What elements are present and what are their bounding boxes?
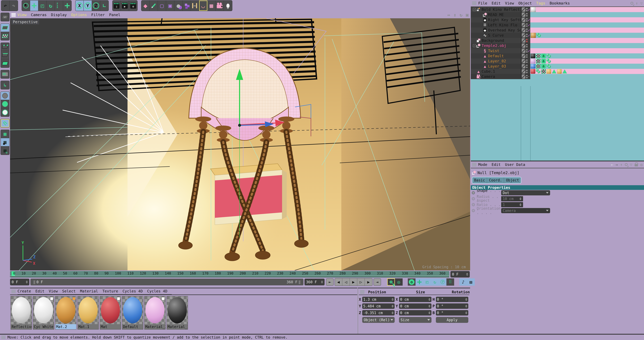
range-handle-left[interactable]: ‖ <box>33 280 36 284</box>
visibility-dots[interactable] <box>526 39 528 42</box>
enable-toggle-icon[interactable] <box>522 33 526 38</box>
enabled-check-icon[interactable]: ✓ <box>528 7 530 12</box>
add-light-button[interactable] <box>224 1 232 11</box>
visibility-dots[interactable] <box>526 75 528 78</box>
visibility-toggles[interactable]: ✓ <box>521 17 530 23</box>
menu-material[interactable]: Material <box>80 289 98 293</box>
object-name-cell[interactable]: §Twist <box>471 48 521 53</box>
phong-tag[interactable] <box>541 64 546 69</box>
menu-cycles-4d[interactable]: Cycles 4D <box>122 289 143 293</box>
rotation-p-field[interactable]: 0 ° <box>436 303 468 309</box>
uv-tag[interactable] <box>536 54 540 58</box>
apply-button[interactable]: Apply <box>436 317 468 323</box>
spheres-tag[interactable] <box>536 33 541 38</box>
magnet-button[interactable] <box>1 119 9 127</box>
triangle-tag[interactable] <box>552 69 556 74</box>
add-environment-button[interactable]: ▦ <box>207 1 216 11</box>
next-frame-button[interactable]: ▷ <box>357 278 365 286</box>
enable-toggle-icon[interactable] <box>522 69 526 74</box>
object-name-cell[interactable]: −Temple2.obj <box>471 43 521 48</box>
spheres-tag[interactable] <box>546 54 551 58</box>
spinner-icon[interactable] <box>428 298 430 301</box>
menu-filter[interactable]: Filter <box>91 13 105 17</box>
object-name-cell[interactable]: Background <box>471 38 521 43</box>
visibility-toggles[interactable] <box>521 64 530 69</box>
search-icon[interactable] <box>630 2 633 5</box>
autokey-button[interactable]: ◎ <box>395 278 403 286</box>
add-volume-button[interactable]: ▣ <box>166 1 174 11</box>
add-spline-button[interactable] <box>150 1 158 11</box>
render-dot[interactable] <box>526 51 528 53</box>
render-dot[interactable] <box>526 20 528 22</box>
size-x-field[interactable]: 0 cm <box>399 297 432 302</box>
editor-dot[interactable] <box>526 65 528 66</box>
render-dot[interactable] <box>526 31 528 32</box>
coord-mode-dropdown[interactable]: Size <box>399 317 432 323</box>
editor-dot[interactable] <box>526 18 528 20</box>
render-dot[interactable] <box>526 25 528 27</box>
modeling-settings-button[interactable] <box>1 70 9 78</box>
enable-toggle-icon[interactable] <box>522 13 526 17</box>
x-axis-button[interactable]: X <box>76 1 84 11</box>
preview-range-bar[interactable]: ‖ 0 F 360 F ‖ <box>30 279 304 285</box>
menu-tags[interactable]: Tags <box>536 1 545 6</box>
render-dot[interactable] <box>526 36 528 37</box>
enable-toggle-icon[interactable] <box>522 64 526 69</box>
spinner-icon[interactable] <box>392 305 394 307</box>
render-dot[interactable] <box>526 10 528 11</box>
visibility-toggles[interactable] <box>521 69 530 74</box>
mat-lavender-tag[interactable] <box>531 59 535 63</box>
enable-toggle-icon[interactable] <box>522 7 526 12</box>
edge-mode-button[interactable] <box>1 51 9 59</box>
spheres-tag[interactable] <box>536 69 540 74</box>
visibility-toggles[interactable]: ⌐ <box>521 74 530 79</box>
enabled-check-icon[interactable]: ✓ <box>528 18 530 22</box>
workplane-button[interactable] <box>1 130 9 138</box>
mat-gold-tag[interactable] <box>557 69 562 74</box>
menu-create[interactable]: Create <box>18 289 31 293</box>
visibility-dots[interactable] <box>526 59 528 63</box>
editor-dot[interactable] <box>526 23 528 25</box>
menu-select[interactable]: Select <box>62 289 76 293</box>
object-name-cell[interactable]: ▲Layer_03 <box>471 64 521 69</box>
visibility-toggles[interactable] <box>521 43 530 48</box>
current-frame-spinner[interactable]: 0 F <box>450 271 470 277</box>
attributes-menu-icon[interactable] <box>472 163 476 166</box>
mat-blue-tag[interactable] <box>531 64 535 69</box>
next-key-button[interactable]: ▶ <box>365 278 372 286</box>
render-dot[interactable] <box>526 41 528 42</box>
add-cloner-button[interactable] <box>183 1 191 11</box>
tab-coord-[interactable]: Coord. <box>487 177 504 183</box>
visibility-dots[interactable] <box>526 8 528 11</box>
mat-black-tag[interactable] <box>531 54 535 58</box>
uv-tag[interactable] <box>536 59 540 63</box>
triangle-tag[interactable] <box>562 69 567 74</box>
lock-icon[interactable] <box>634 164 638 166</box>
visibility-dots[interactable] <box>526 13 528 17</box>
z-axis-button[interactable]: Z <box>92 1 100 11</box>
shape-dropdown[interactable]: Dot <box>501 190 550 195</box>
visibility-toggles[interactable]: ✓ <box>521 33 530 38</box>
y-axis-button[interactable]: Y <box>84 1 92 11</box>
status-menu-icon[interactable] <box>1 335 6 339</box>
object-name-cell[interactable]: ▲Layer_02 <box>471 59 521 64</box>
spheres-tag[interactable] <box>546 59 551 63</box>
enable-toggle-icon[interactable] <box>522 44 526 48</box>
rotation-b-field[interactable]: 0 ° <box>436 310 468 315</box>
size-z-field[interactable]: 0 cm <box>399 310 432 315</box>
psr-button[interactable] <box>55 1 63 11</box>
enabled-check-icon[interactable]: ✓ <box>528 28 530 33</box>
menu-texture[interactable]: Texture <box>102 289 118 293</box>
range-end-spinner[interactable]: 360 F <box>304 279 324 285</box>
editor-dot[interactable] <box>526 8 528 9</box>
menu-view[interactable]: View <box>49 289 58 293</box>
keyframe-settings-button[interactable]: ⚙ <box>408 278 416 286</box>
menu-mode[interactable]: Mode <box>478 162 487 167</box>
materials-menu-icon[interactable] <box>11 290 16 293</box>
material-material-2[interactable]: Material_2 <box>144 296 166 329</box>
enable-toggle-icon[interactable] <box>522 18 526 22</box>
goto-end-button[interactable]: ⇥ <box>374 278 381 286</box>
workplane-lock-button[interactable] <box>1 138 9 146</box>
prev-frame-button[interactable]: ◁ <box>342 278 350 286</box>
spinner-icon[interactable] <box>428 311 430 314</box>
